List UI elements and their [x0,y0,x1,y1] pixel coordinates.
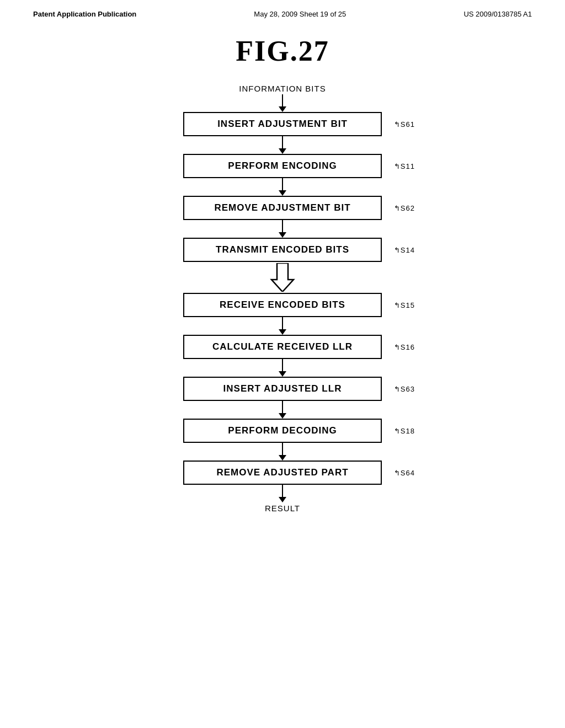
info-bits-label: INFORMATION BITS [239,84,326,93]
step-s15-ref: ↰S15 [394,301,415,309]
arrow-9 [279,485,286,502]
step-s18-row: PERFORM DECODING ↰S18 [167,419,398,443]
arrow-5 [279,317,286,335]
figure-title: FIG.27 [236,35,329,67]
arrow-8 [279,443,286,461]
step-s11-row: PERFORM ENCODING ↰S11 [167,154,398,178]
header-center: May 28, 2009 Sheet 19 of 25 [254,10,346,18]
step-s61-row: INSERT ADJUSTMENT BIT ↰S61 [167,112,398,136]
arrow-7 [279,401,286,419]
step-s62-ref: ↰S62 [394,204,415,212]
flowchart: INFORMATION BITS INSERT ADJUSTMENT BIT ↰… [167,84,398,513]
step-s15-row: RECEIVE ENCODED BITS ↰S15 [167,293,398,317]
step-s63-ref: ↰S63 [394,385,415,393]
arrow-0 [279,94,286,112]
transmission-arrow [269,262,296,293]
svg-marker-0 [271,263,294,292]
step-s62-row: REMOVE ADJUSTMENT BIT ↰S62 [167,196,398,220]
step-s61-ref: ↰S61 [394,120,415,129]
step-s16: CALCULATE RECEIVED LLR ↰S16 [183,335,382,359]
step-s18: PERFORM DECODING ↰S18 [183,419,382,443]
step-s61: INSERT ADJUSTMENT BIT ↰S61 [183,112,382,136]
arrow-6 [279,359,286,377]
step-s64-row: REMOVE ADJUSTED PART ↰S64 [167,461,398,485]
header-left: Patent Application Publication [33,10,136,18]
step-s15: RECEIVE ENCODED BITS ↰S15 [183,293,382,317]
step-s14: TRANSMIT ENCODED BITS ↰S14 [183,238,382,262]
step-s63-row: INSERT ADJUSTED LLR ↰S63 [167,377,398,401]
step-s18-ref: ↰S18 [394,427,415,435]
step-s16-ref: ↰S16 [394,343,415,351]
step-s62: REMOVE ADJUSTMENT BIT ↰S62 [183,196,382,220]
arrow-1 [279,136,286,154]
step-s11: PERFORM ENCODING ↰S11 [183,154,382,178]
step-s16-row: CALCULATE RECEIVED LLR ↰S16 [167,335,398,359]
arrow-3 [279,220,286,238]
step-s63: INSERT ADJUSTED LLR ↰S63 [183,377,382,401]
step-s64: REMOVE ADJUSTED PART ↰S64 [183,461,382,485]
step-s14-row: TRANSMIT ENCODED BITS ↰S14 [167,238,398,262]
step-s14-ref: ↰S14 [394,246,415,254]
header-right: US 2009/0138785 A1 [463,10,532,18]
page-header: Patent Application Publication May 28, 2… [0,0,565,24]
step-s64-ref: ↰S64 [394,469,415,477]
arrow-2 [279,178,286,196]
page-content: FIG.27 INFORMATION BITS INSERT ADJUSTMEN… [0,24,565,513]
step-s11-ref: ↰S11 [394,162,415,170]
result-label: RESULT [265,504,300,513]
